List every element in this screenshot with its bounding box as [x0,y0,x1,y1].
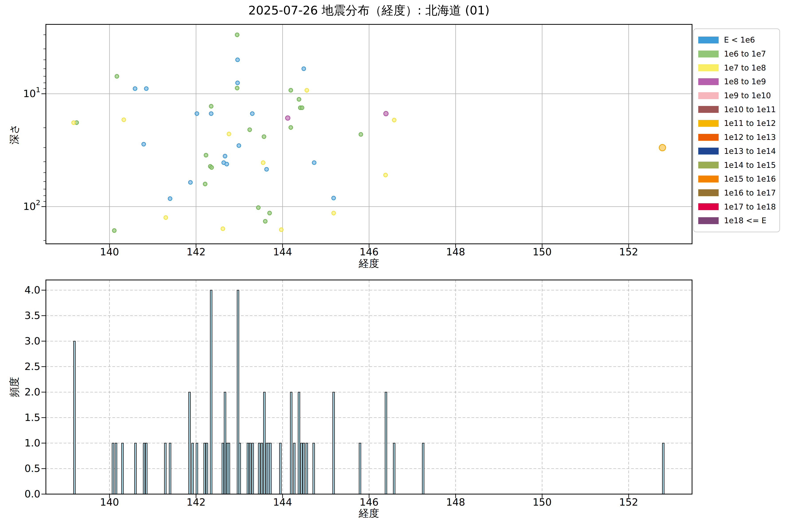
hist-bar [228,443,230,494]
hist-bar [333,392,335,494]
hist-ytick-label: 3.0 [24,335,40,347]
legend-entry-label: 1e13 to 1e14 [724,147,776,156]
scatter-point [122,118,126,122]
top-ytick-label: 102 [23,198,40,212]
hist-ytick-label: 2.5 [24,361,40,373]
legend-entry-label: 1e8 to 1e9 [724,77,766,86]
legend-entry: 1e15 to 1e16 [698,172,779,186]
hist-xtick-label: 144 [273,496,292,508]
legend-swatch [698,64,719,71]
scatter-point [209,104,213,108]
legend-swatch [698,162,719,169]
hist-bar [662,443,664,494]
scatter-point [72,120,76,125]
hist-bar [261,443,263,494]
scatter-point [235,86,239,90]
hist-bar [313,443,315,494]
legend-swatch [698,203,719,210]
legend-swatch [698,148,719,154]
legend-entry-label: 1e14 to 1e15 [724,161,776,170]
scatter-point [237,144,241,147]
hist-bar [252,443,253,494]
scatter-point [235,58,240,62]
legend-entry: 1e9 to 1e10 [698,89,779,102]
hist-bar [204,443,206,494]
legend-swatch [698,51,719,57]
legend-swatch [698,92,719,99]
hist-bar [239,443,241,494]
scatter-point [168,197,172,201]
legend-entry-label: 1e7 to 1e8 [724,63,766,72]
hist-bar [224,392,226,494]
scatter-point [384,112,388,116]
figure-title: 2025-07-26 地震分布（経度）: 北海道 (01) [46,3,692,18]
legend-entry-label: 1e11 to 1e12 [724,119,776,128]
top-xtick-label: 148 [446,246,465,258]
top-xtick-label: 150 [533,246,552,258]
hist-bar [269,443,271,494]
hist-bar [210,290,212,494]
hist-bar [290,392,292,494]
legend-box: E < 1e61e6 to 1e71e7 to 1e81e8 to 1e91e9… [693,28,780,232]
figure: 1401421441461481501521011021401421441461… [0,0,798,532]
legend-swatch [698,37,719,43]
scatter-point [225,162,229,166]
hist-bar [293,443,295,494]
top-plot-xlabel: 経度 [46,258,692,269]
hist-bar [169,443,171,494]
hist-bar [196,443,198,494]
hist-ytick-label: 1.5 [24,412,40,423]
scatter-point [300,106,304,110]
hist-ytick-label: 2.0 [24,386,40,398]
legend-swatch [698,189,719,196]
hist-bar [422,443,424,494]
bottom-plot-xlabel: 経度 [46,507,692,519]
legend-entry: 1e14 to 1e15 [698,158,779,172]
legend-entry-label: 1e9 to 1e10 [724,91,771,100]
hist-bar [249,443,251,494]
scatter-point [209,112,213,115]
top-ytick-label: 101 [23,86,40,99]
hist-ytick-label: 0.0 [24,488,40,500]
scatter-point [235,33,239,37]
scatter-point [115,75,119,78]
scatter-point [256,206,260,209]
scatter-point [248,128,252,131]
scatter-point [289,126,292,130]
hist-bar [393,443,395,494]
hist-bar [192,443,193,494]
scatter-point [263,220,267,223]
legend-entry: 1e8 to 1e9 [698,75,779,89]
hist-xtick-label: 146 [360,496,379,508]
scatter-point [203,182,207,186]
top-plot-ylabel: 深さ [8,124,20,144]
hist-ytick-label: 0.5 [24,463,40,474]
scatter-point [312,161,316,165]
legend-entry-label: E < 1e6 [724,36,755,44]
hist-bar [222,443,224,494]
scatter-point [285,116,290,120]
scatter-point [305,89,309,92]
legend-entry: 1e17 to 1e18 [698,200,779,214]
legend-entry: 1e7 to 1e8 [698,61,779,75]
scatter-point [384,173,387,177]
hist-bar [189,392,190,494]
bottom-plot-ylabel: 頻度 [8,377,20,397]
legend-entry-label: 1e12 to 1e13 [724,133,776,141]
legend-entry: E < 1e6 [698,33,779,47]
scatter-point [142,142,146,146]
scatter-point [164,216,168,220]
scatter-point [221,227,225,230]
hist-bar [74,341,75,494]
hist-ytick-label: 1.0 [24,437,40,449]
scatter-point [332,211,336,215]
scatter-point [332,196,336,200]
hist-bar [122,443,124,494]
legend-entry: 1e11 to 1e12 [698,116,779,130]
scatter-point [359,133,363,136]
top-xtick-label: 140 [100,246,119,258]
hist-bar [146,443,147,494]
scatter-point [302,67,306,71]
hist-bar [359,443,361,494]
hist-bar [115,443,117,494]
